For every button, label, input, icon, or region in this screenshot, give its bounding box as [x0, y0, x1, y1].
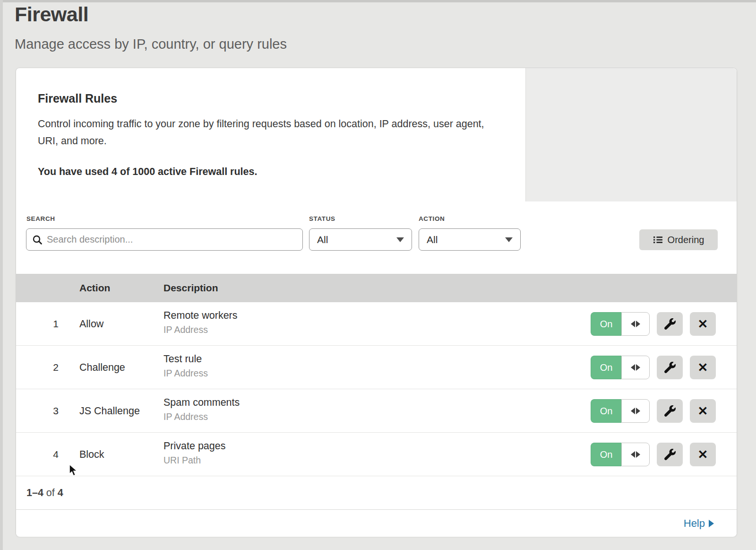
- delete-rule-button[interactable]: ✕: [690, 356, 716, 379]
- delete-rule-button[interactable]: ✕: [690, 443, 716, 466]
- rule-match-type: IP Address: [163, 411, 240, 422]
- rule-match-type: IP Address: [163, 368, 208, 379]
- firewall-rules-card: Create a Firewall rule Firewall Rules Co…: [16, 68, 737, 537]
- rule-priority: 3: [46, 389, 65, 433]
- left-right-arrows-icon: [621, 443, 650, 466]
- close-icon: ✕: [698, 361, 708, 374]
- delete-rule-button[interactable]: ✕: [690, 399, 716, 423]
- delete-rule-button[interactable]: ✕: [690, 312, 716, 336]
- table-row: 2 Challenge Test rule IP Address On ✕: [16, 346, 737, 389]
- rule-priority: 1: [46, 302, 65, 346]
- rules-heading: Firewall Rules: [38, 92, 117, 105]
- pagination-summary: 1–4 of 4: [26, 487, 63, 499]
- edit-rule-button[interactable]: [657, 399, 683, 423]
- search-icon: [32, 235, 43, 245]
- wrench-icon: [664, 318, 676, 330]
- toggle-on-label: On: [591, 399, 621, 423]
- rule-description: Spam comments: [163, 397, 240, 409]
- window-top-edge: [0, 0, 756, 2]
- action-select[interactable]: All: [419, 228, 521, 251]
- ordered-list-icon: [653, 235, 663, 244]
- action-selected-value: All: [427, 234, 438, 245]
- window-left-edge: [0, 0, 3, 550]
- left-right-arrows-icon: [621, 312, 650, 336]
- rule-enabled-toggle[interactable]: On: [591, 356, 650, 379]
- rule-description: Remote workers: [163, 310, 238, 322]
- left-right-arrows-icon: [621, 356, 650, 379]
- table-row: 1 Allow Remote workers IP Address On ✕: [16, 302, 737, 346]
- pagination-range: 1–4: [26, 487, 43, 498]
- filters-bar: SEARCH STATUS All ACTION All: [16, 201, 737, 274]
- right-caret-icon: [709, 520, 714, 527]
- search-input[interactable]: [47, 234, 297, 245]
- search-label: SEARCH: [26, 215, 55, 222]
- close-icon: ✕: [698, 318, 708, 330]
- wrench-icon: [664, 449, 676, 460]
- rule-enabled-toggle[interactable]: On: [591, 312, 650, 336]
- column-header-action: Action: [79, 282, 110, 294]
- column-header-description: Description: [163, 282, 218, 294]
- wrench-icon: [664, 362, 676, 373]
- edit-rule-button[interactable]: [657, 443, 683, 466]
- close-icon: ✕: [698, 448, 708, 461]
- action-label: ACTION: [419, 215, 445, 222]
- rule-priority: 4: [46, 433, 65, 476]
- rule-action: Block: [79, 433, 104, 476]
- pagination-of: of: [43, 487, 58, 498]
- pagination-total: 4: [58, 487, 63, 498]
- page-title: Firewall: [15, 3, 88, 26]
- rules-usage-text: You have used 4 of 1000 active Firewall …: [38, 166, 257, 178]
- rule-match-type: URI Path: [163, 455, 225, 466]
- mouse-cursor: [69, 464, 81, 477]
- toggle-on-label: On: [591, 443, 621, 466]
- rule-enabled-toggle[interactable]: On: [591, 399, 650, 423]
- help-link[interactable]: Help: [684, 517, 714, 530]
- toggle-on-label: On: [591, 356, 621, 379]
- table-row: 3 JS Challenge Spam comments IP Address …: [16, 389, 737, 433]
- rules-description: Control incoming traffic to your zone by…: [38, 115, 487, 149]
- status-label: STATUS: [309, 215, 335, 222]
- rule-enabled-toggle[interactable]: On: [591, 443, 650, 466]
- rule-action: Challenge: [79, 346, 125, 389]
- table-header: Action Description: [16, 274, 737, 302]
- ordering-button[interactable]: Ordering: [639, 229, 718, 250]
- close-icon: ✕: [698, 405, 708, 417]
- table-footer: 1–4 of 4: [16, 476, 737, 510]
- chevron-down-icon: [505, 237, 513, 242]
- rule-description: Test rule: [163, 353, 208, 365]
- toggle-on-label: On: [591, 312, 621, 336]
- help-link-label: Help: [684, 517, 705, 530]
- status-selected-value: All: [317, 234, 328, 245]
- edit-rule-button[interactable]: [657, 356, 683, 379]
- page-subtitle: Manage access by IP, country, or query r…: [15, 36, 287, 52]
- rule-priority: 2: [46, 346, 65, 389]
- ordering-button-label: Ordering: [668, 235, 704, 245]
- status-select[interactable]: All: [309, 228, 412, 251]
- table-row: 4 Block Private pages URI Path On ✕: [16, 433, 737, 476]
- rule-description: Private pages: [163, 440, 225, 452]
- wrench-icon: [664, 405, 676, 417]
- create-rule-panel: Create a Firewall rule: [525, 68, 737, 201]
- left-right-arrows-icon: [621, 399, 650, 423]
- rule-action: JS Challenge: [79, 389, 140, 433]
- edit-rule-button[interactable]: [657, 312, 683, 336]
- help-bar: Help: [16, 510, 737, 537]
- chevron-down-icon: [396, 237, 404, 242]
- rule-match-type: IP Address: [163, 324, 238, 335]
- search-box[interactable]: [26, 228, 303, 251]
- rule-action: Allow: [79, 302, 103, 346]
- rules-summary-section: Create a Firewall rule Firewall Rules Co…: [16, 68, 737, 201]
